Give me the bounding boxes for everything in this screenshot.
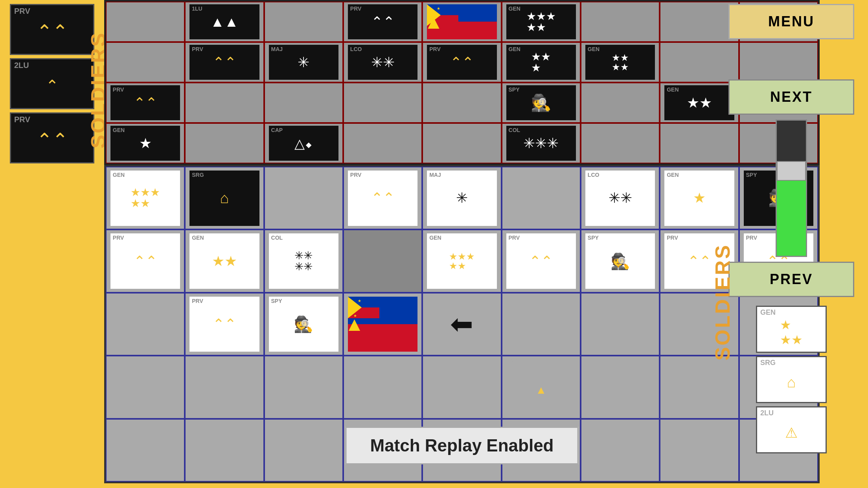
bcell-1-5[interactable]: PRV ⌃⌃ <box>502 229 581 292</box>
piece-rank: PRV <box>192 298 203 304</box>
arrow-left-piece[interactable]: ⬅ <box>450 308 473 340</box>
piece-rank: MAJ <box>271 46 283 52</box>
piece-rank: PRV <box>667 235 678 241</box>
rank-label: SRG <box>760 359 776 367</box>
piece-lco[interactable]: LCO ✳✳ <box>348 45 418 80</box>
cell-3-2[interactable]: CAP △⬥ <box>264 123 343 163</box>
bpiece-spy-b2[interactable]: SPY 🕵 <box>269 297 339 352</box>
piece-rank: LCO <box>350 46 362 52</box>
piece-symbol: ⌃⌃ <box>213 317 236 331</box>
svg-point-10 <box>352 305 357 310</box>
bcell-2-3[interactable]: FLG ★ ★ ★ <box>343 293 422 356</box>
piece-symbol: ★★★★★ <box>449 252 475 271</box>
cell-1-6[interactable]: GEN ★★★★ <box>581 42 660 83</box>
bcell-3-2: 1LU <box>264 356 343 418</box>
cell-1-1[interactable]: PRV ⌃⌃ <box>185 42 264 83</box>
piece-symbol: ✳✳✳✳ <box>294 250 313 272</box>
bcell-2-1[interactable]: PRV ⌃⌃ <box>185 293 264 356</box>
piece-flg[interactable]: FLG ★ ★ ★ <box>427 4 497 39</box>
bpiece-flg-b2[interactable]: FLG ★ ★ ★ <box>348 297 418 352</box>
top-grid: 1LU ▲▲ PRV ⌃⌃ FLG ★ <box>104 0 820 165</box>
rank-label: PRV <box>14 7 30 16</box>
bcell-1-0[interactable]: PRV ⌃⌃ <box>106 229 185 292</box>
bcell-1-2[interactable]: COL ✳✳✳✳ <box>264 229 343 292</box>
cell-0-2 <box>264 2 343 42</box>
piece-maj[interactable]: MAJ ✳ <box>269 45 339 80</box>
progress-handle[interactable] <box>777 161 806 181</box>
piece-col[interactable]: COL ✳✳✳ <box>506 126 576 161</box>
bcell-4-1 <box>185 419 264 482</box>
prev-button[interactable]: PREV <box>728 262 854 297</box>
piece-rank: PRV <box>429 46 441 52</box>
bpiece-prv-b1[interactable]: PRV ⌃⌃ <box>110 233 180 289</box>
cell-3-0[interactable]: GEN ★ <box>106 123 185 163</box>
cell-1-5[interactable]: GEN ★★★ <box>502 42 581 83</box>
piece-rank: PRV <box>113 235 124 241</box>
piece-rank: PRV <box>509 235 520 241</box>
bpiece-gen2-b1[interactable]: GEN ★★ <box>189 233 259 289</box>
bcell-0-1[interactable]: SRG ⌂ <box>185 167 264 229</box>
bpiece-srg[interactable]: SRG ⌂ <box>189 171 259 226</box>
bpiece-prv-b2c1[interactable]: PRV ⌃⌃ <box>189 297 259 352</box>
rank-symbol: ⌃ <box>46 77 59 95</box>
cell-3-6 <box>581 123 660 163</box>
bcell-0-3[interactable]: PRV ⌃⌃ <box>343 167 422 229</box>
bpiece-prv-b0[interactable]: PRV ⌃⌃ <box>348 171 418 226</box>
bpiece-col-b1[interactable]: COL ✳✳✳✳ <box>269 233 339 289</box>
bcell-2-6 <box>581 293 660 356</box>
cell-0-4[interactable]: FLG ★ ★ ★ <box>422 2 501 42</box>
piece-rank: CAP <box>271 127 283 133</box>
piece-1lu[interactable]: 1LU ▲▲ <box>189 4 259 39</box>
bpiece-maj-b0[interactable]: MAJ ✳ <box>427 171 497 226</box>
cell-2-5[interactable]: SPY 🕵 <box>502 83 581 123</box>
piece-spy-r3[interactable]: SPY 🕵 <box>506 85 576 120</box>
bcell-1-6[interactable]: SPY 🕵 <box>581 229 660 292</box>
cell-1-4[interactable]: PRV ⌃⌃ <box>422 42 501 83</box>
bcell-1-1[interactable]: GEN ★★ <box>185 229 264 292</box>
bcell-0-0[interactable]: GEN ★★★★★ <box>106 167 185 229</box>
piece-cap[interactable]: CAP △⬥ <box>269 126 339 161</box>
piece-rank: PRV <box>113 86 124 93</box>
bpiece-gen5-b1[interactable]: GEN ★★★★★ <box>427 233 497 289</box>
bcell-0-4[interactable]: MAJ ✳ <box>422 167 501 229</box>
cell-2-1 <box>185 83 264 123</box>
piece-gen1star[interactable]: GEN ★ <box>110 126 180 161</box>
piece-gen5stars[interactable]: GEN ★★★★★ <box>506 4 576 39</box>
svg-text:★: ★ <box>349 299 353 303</box>
piece-rank: PRV <box>350 6 362 12</box>
cell-1-3[interactable]: LCO ✳✳ <box>343 42 422 83</box>
left-card-prv1: PRV ⌃⌃ <box>10 4 94 55</box>
cell-0-1[interactable]: 1LU ▲▲ <box>185 2 264 42</box>
progress-bar[interactable] <box>776 119 807 257</box>
cell-2-0[interactable]: PRV ⌃⌃ <box>106 83 185 123</box>
bpiece-prv-b1c5[interactable]: PRV ⌃⌃ <box>506 233 576 289</box>
bcell-1-4[interactable]: GEN ★★★★★ <box>422 229 501 292</box>
piece-prv-r2c4[interactable]: PRV ⌃⌃ <box>427 45 497 80</box>
bcell-0-6[interactable]: LCO ✳✳ <box>581 167 660 229</box>
flag-symbol: ★ ★ ★ <box>427 4 497 39</box>
right-card-2lu: 2LU ⚠ <box>756 406 827 453</box>
piece-prv[interactable]: PRV ⌃⌃ <box>348 4 418 39</box>
piece-gen-r2[interactable]: GEN ★★★ <box>506 45 576 80</box>
next-button[interactable]: NEXT <box>728 79 854 115</box>
cell-0-3[interactable]: PRV ⌃⌃ <box>343 2 422 42</box>
bpiece-gen3star[interactable]: GEN ★★★★★ <box>110 171 180 226</box>
cell-1-2[interactable]: MAJ ✳ <box>264 42 343 83</box>
bcell-2-4[interactable]: ⬅ <box>422 293 501 356</box>
cell-2-2 <box>264 83 343 123</box>
cell-3-5[interactable]: COL ✳✳✳ <box>502 123 581 163</box>
bpiece-lco-b0[interactable]: LCO ✳✳ <box>585 171 655 226</box>
piece-prv-r2[interactable]: PRV ⌃⌃ <box>189 45 259 80</box>
piece-symbol: ⌃⌃ <box>134 254 157 268</box>
piece-gen4star[interactable]: GEN ★★★★ <box>585 45 655 80</box>
cell-0-5[interactable]: GEN ★★★★★ <box>502 2 581 42</box>
bcell-2-2[interactable]: SPY 🕵 <box>264 293 343 356</box>
bcell-3-4 <box>422 356 501 418</box>
menu-button[interactable]: MENU <box>728 4 854 39</box>
piece-rank: SRG <box>192 172 204 178</box>
bpiece-spy-b1[interactable]: SPY 🕵 <box>585 233 655 289</box>
svg-text:★: ★ <box>437 6 440 11</box>
piece-prv-r3[interactable]: PRV ⌃⌃ <box>110 85 180 120</box>
piece-symbol: ▲▲ <box>210 15 238 29</box>
flag-symbol-bottom: ★ ★ ★ <box>348 297 418 352</box>
